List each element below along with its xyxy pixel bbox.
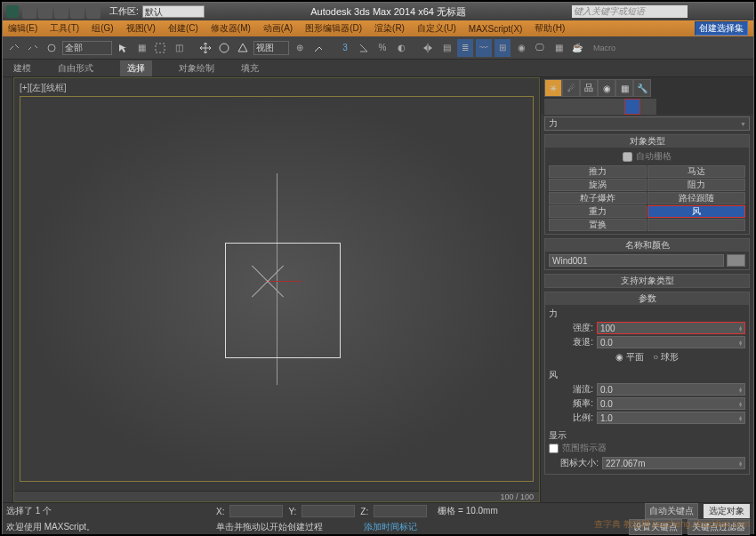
selection-filter-dropdown[interactable]: 全部 [62, 41, 112, 55]
add-time-tag[interactable]: 添加时间标记 [364, 521, 417, 533]
menu-help[interactable]: 帮助(H) [535, 22, 565, 35]
frequency-spinner[interactable]: 0.0 [597, 397, 745, 410]
viewport-scrollbar[interactable]: 100 / 100 [14, 491, 539, 501]
unlink-icon[interactable] [25, 39, 41, 57]
layers-icon[interactable]: ≣ [457, 39, 473, 57]
rollout-title[interactable]: 名称和颜色 [545, 239, 749, 252]
ribbon-tab-select[interactable]: 选择 [120, 60, 152, 76]
workspace-dropdown[interactable]: 默认 [142, 5, 205, 18]
motion-tab-icon[interactable]: ◉ [598, 79, 615, 97]
mirror-icon[interactable] [420, 39, 436, 57]
viewport[interactable]: [+][左][线框] WWW.SDXY.COM 100 / 100 [13, 77, 540, 502]
object-name-input[interactable]: Wind001 [549, 254, 724, 267]
select-icon[interactable] [115, 39, 131, 57]
force-displace-button[interactable]: 置换 [549, 219, 647, 231]
scale-spinner[interactable]: 1.0 [597, 412, 745, 424]
shapes-icon[interactable] [560, 99, 576, 115]
render-icon[interactable]: ☕ [569, 39, 585, 57]
selection-set-dropdown[interactable]: 创建选择集 [695, 21, 748, 36]
ribbon-tab-populate[interactable]: 填充 [241, 62, 259, 75]
ribbon-tab-freeform[interactable]: 自由形式 [58, 62, 93, 75]
render-setup-icon[interactable]: 🖵 [532, 39, 548, 57]
coord-x-input[interactable] [229, 505, 283, 517]
new-icon[interactable] [22, 4, 36, 19]
save-icon[interactable] [54, 4, 68, 19]
maximize-button[interactable] [712, 4, 729, 17]
icon-size-spinner[interactable]: 227.067m [602, 457, 745, 469]
display-tab-icon[interactable]: ▦ [615, 79, 633, 97]
turbulence-spinner[interactable]: 0.0 [597, 383, 745, 396]
coord-z-input[interactable] [374, 505, 427, 517]
menu-custom[interactable]: 自定义(U) [417, 22, 456, 35]
rotate-icon[interactable] [216, 39, 232, 57]
redo-icon[interactable] [86, 4, 101, 19]
range-indicator-checkbox[interactable] [549, 444, 559, 453]
force-motor-button[interactable]: 马达 [647, 165, 745, 178]
menu-graph[interactable]: 图形编辑器(D) [305, 22, 362, 35]
scale-icon[interactable] [235, 39, 251, 57]
planar-radio[interactable]: ◉ 平面 [615, 351, 644, 364]
viewport-label[interactable]: [+][左][线框] [20, 82, 67, 94]
curve-editor-icon[interactable]: 〰 [476, 39, 492, 57]
minimize-button[interactable] [691, 4, 709, 17]
spinner-snap-icon[interactable]: ◐ [393, 39, 409, 57]
window-crossing-icon[interactable]: ◫ [171, 39, 187, 57]
menu-maxscript[interactable]: MAXScript(X) [469, 24, 523, 34]
close-button[interactable] [732, 4, 750, 17]
modify-tab-icon[interactable]: ☄ [562, 79, 580, 97]
ribbon-tab-objectpaint[interactable]: 对象绘制 [179, 62, 214, 75]
link-icon[interactable] [6, 39, 22, 57]
material-editor-icon[interactable]: ◉ [513, 39, 529, 57]
spherical-radio[interactable]: ○ 球形 [653, 351, 679, 364]
pivot-icon[interactable]: ⊕ [292, 39, 308, 57]
strength-spinner[interactable]: 100 [597, 322, 745, 334]
force-drag-button[interactable]: 阻力 [647, 179, 745, 191]
force-wind-button[interactable]: 风 [647, 205, 745, 218]
rollout-title[interactable]: 对象类型 [545, 135, 749, 148]
viewport-canvas[interactable] [20, 96, 534, 482]
autogrid-checkbox[interactable] [623, 152, 632, 162]
open-icon[interactable] [38, 4, 52, 19]
systems-icon[interactable] [640, 99, 656, 115]
manipulate-icon[interactable] [310, 39, 326, 57]
move-icon[interactable] [197, 39, 213, 57]
ribbon-tab-modeling[interactable]: 建模 [13, 62, 31, 75]
selected-object-dropdown[interactable]: 选定对象 [704, 504, 750, 518]
spacewarps-icon[interactable] [624, 99, 640, 115]
coord-y-input[interactable] [302, 505, 355, 517]
menu-tools[interactable]: 工具(T) [50, 22, 79, 35]
menu-modifiers[interactable]: 修改器(M) [211, 22, 251, 35]
reference-dropdown[interactable]: 视图 [253, 41, 289, 55]
bind-icon[interactable] [44, 39, 60, 57]
object-color-swatch[interactable] [727, 254, 746, 267]
rect-region-icon[interactable] [152, 39, 168, 57]
menu-edit[interactable]: 编辑(E) [8, 22, 37, 35]
render-frame-icon[interactable]: ▦ [551, 39, 567, 57]
hierarchy-tab-icon[interactable]: 品 [580, 79, 598, 97]
menu-render[interactable]: 渲染(R) [374, 22, 405, 35]
search-input[interactable]: 键入关键字或短语 [572, 5, 688, 18]
schematic-icon[interactable]: ⊞ [495, 39, 511, 57]
force-push-button[interactable]: 推力 [549, 165, 647, 178]
select-name-icon[interactable]: ▦ [133, 39, 149, 57]
force-gravity-button[interactable]: 重力 [549, 205, 647, 218]
rollout-title[interactable]: 支持对象类型 [545, 275, 749, 287]
cameras-icon[interactable] [592, 99, 608, 115]
percent-snap-icon[interactable]: % [374, 39, 390, 57]
angle-snap-icon[interactable] [356, 39, 372, 57]
lights-icon[interactable] [576, 99, 592, 115]
undo-icon[interactable] [70, 4, 84, 19]
force-vortex-button[interactable]: 旋涡 [549, 179, 647, 191]
force-pathfollow-button[interactable]: 路径跟随 [647, 192, 745, 204]
decay-spinner[interactable]: 0.0 [597, 336, 745, 348]
wind-force-gizmo[interactable] [225, 243, 341, 358]
menu-group[interactable]: 组(G) [92, 22, 113, 35]
autokey-button[interactable]: 自动关键点 [645, 503, 698, 519]
force-pbomb-button[interactable]: 粒子爆炸 [549, 192, 647, 204]
create-tab-icon[interactable]: ✳ [544, 79, 562, 97]
geometry-icon[interactable] [544, 99, 560, 115]
snap-icon[interactable]: 3 [337, 39, 353, 57]
rollout-title[interactable]: 参数 [545, 292, 749, 305]
menu-create[interactable]: 创建(C) [168, 22, 198, 35]
align-icon[interactable]: ▤ [438, 39, 454, 57]
